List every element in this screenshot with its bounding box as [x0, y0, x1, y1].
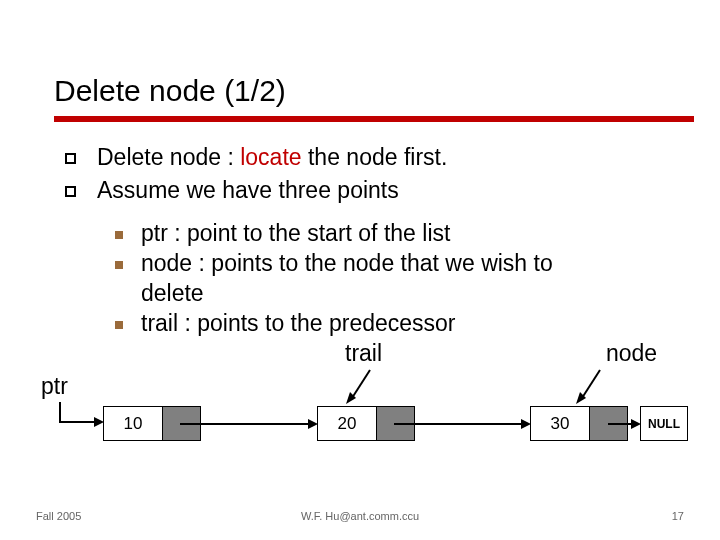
footer-center: W.F. Hu@ant.comm.ccu [0, 510, 720, 522]
bullet-line: Assume we have three points [97, 177, 399, 204]
arrow-icon [394, 419, 531, 429]
title-underline [54, 116, 694, 122]
node-value: 30 [531, 407, 589, 440]
svg-marker-6 [308, 419, 318, 429]
node-label: node [606, 340, 657, 367]
subbullet-marker [115, 321, 123, 329]
slide-title: Delete node (1/2) [54, 74, 286, 108]
bullet-line: Delete node : locate the node first. [97, 144, 447, 171]
subbullet-line: ptr : point to the start of the list [141, 220, 450, 247]
subbullet-marker [115, 231, 123, 239]
ptr-label: ptr [41, 373, 68, 400]
subbullet-line: node : points to the node that we wish t… [141, 250, 553, 277]
arrow-icon [54, 400, 104, 444]
arrow-icon [180, 419, 318, 429]
bullet-marker [65, 186, 76, 197]
footer-right: 17 [672, 510, 684, 522]
svg-line-1 [352, 370, 370, 398]
trail-label: trail [345, 340, 382, 367]
text: the node first. [302, 144, 448, 170]
svg-marker-10 [631, 419, 641, 429]
slide: Delete node (1/2) Delete node : locate t… [0, 0, 720, 540]
subbullet-line: trail : points to the predecessor [141, 310, 456, 337]
arrow-icon [570, 368, 610, 408]
svg-marker-0 [94, 417, 104, 427]
text-red: locate [240, 144, 301, 170]
arrow-icon [340, 368, 380, 408]
arrow-icon [608, 419, 641, 429]
bullet-marker [65, 153, 76, 164]
node-value: 10 [104, 407, 162, 440]
svg-marker-8 [521, 419, 531, 429]
svg-line-3 [582, 370, 600, 398]
node-value: 20 [318, 407, 376, 440]
subbullet-line: delete [141, 280, 204, 307]
null-box: NULL [640, 406, 688, 441]
subbullet-marker [115, 261, 123, 269]
text: Delete node : [97, 144, 240, 170]
